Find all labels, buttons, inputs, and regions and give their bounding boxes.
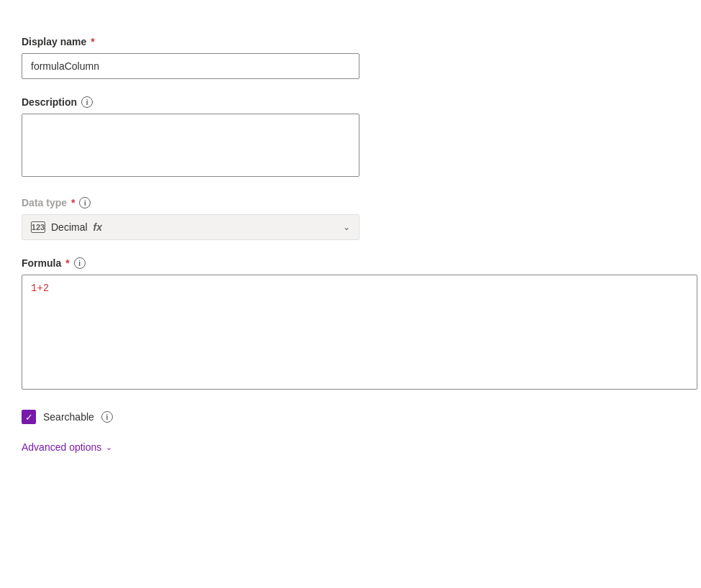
formula-input[interactable]: 1+2 (22, 275, 697, 390)
form-container: Display name * Description i Data type *… (14, 22, 687, 467)
description-label-text: Description (22, 96, 77, 108)
description-label: Description i (22, 96, 679, 108)
display-name-input[interactable] (22, 53, 359, 79)
display-name-required: * (91, 36, 94, 47)
formula-required: * (65, 257, 69, 269)
description-info-icon[interactable]: i (81, 96, 93, 108)
display-name-label: Display name * (22, 36, 679, 47)
formula-label: Formula * i (22, 257, 679, 269)
searchable-info-icon[interactable]: i (101, 411, 113, 423)
formula-label-text: Formula (22, 257, 61, 269)
chevron-down-icon: ⌄ (343, 222, 350, 232)
advanced-options-label: Advanced options (22, 441, 101, 453)
formula-wrapper: 1+2 (22, 275, 697, 392)
searchable-checkbox[interactable]: ✓ (22, 410, 36, 424)
dropdown-selected-value: Decimal (51, 221, 88, 233)
formula-info-icon[interactable]: i (74, 257, 86, 269)
dropdown-left-content: 123 Decimal fx (31, 221, 102, 233)
data-type-group: Data type * i 123 Decimal fx ⌄ (22, 197, 679, 240)
data-type-dropdown[interactable]: 123 Decimal fx ⌄ (22, 214, 359, 240)
searchable-group: ✓ Searchable i (22, 410, 679, 424)
data-type-info-icon[interactable]: i (79, 197, 91, 208)
formula-group: Formula * i 1+2 (22, 257, 679, 392)
advanced-options-link[interactable]: Advanced options ⌄ (22, 441, 112, 453)
description-input[interactable] (22, 114, 359, 177)
fx-icon: fx (93, 221, 102, 233)
number-icon: 123 (31, 221, 45, 233)
data-type-required: * (71, 197, 75, 208)
data-type-label: Data type * i (22, 197, 679, 208)
check-icon: ✓ (25, 413, 33, 422)
display-name-label-text: Display name (22, 36, 86, 47)
advanced-options-chevron-icon: ⌄ (106, 443, 112, 452)
searchable-label-text: Searchable (43, 411, 94, 423)
display-name-group: Display name * (22, 36, 679, 79)
data-type-label-text: Data type (22, 197, 67, 208)
description-group: Description i (22, 96, 679, 180)
